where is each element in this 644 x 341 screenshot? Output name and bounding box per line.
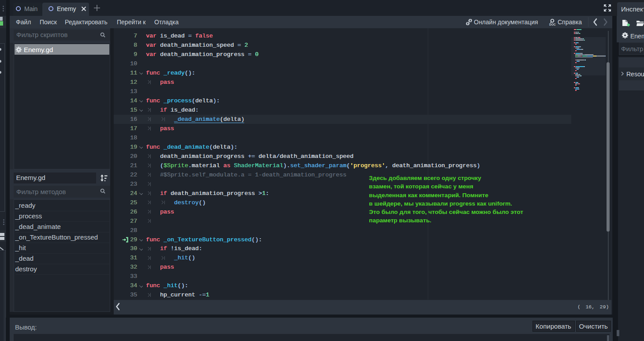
svg-text:DOC: DOC <box>549 23 556 26</box>
